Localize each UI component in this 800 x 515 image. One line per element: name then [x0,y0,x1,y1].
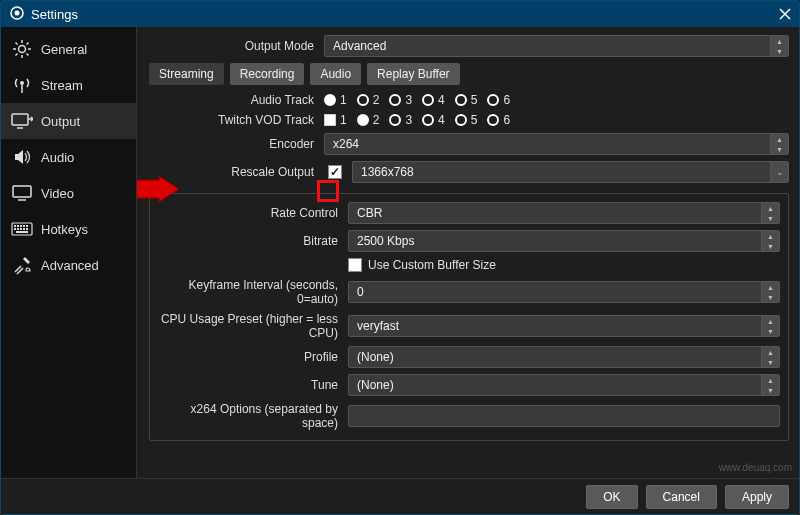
sidebar-item-label: Output [41,114,80,129]
svg-rect-23 [14,228,16,230]
tab-recording[interactable]: Recording [230,63,305,85]
svg-rect-13 [12,114,28,125]
sidebar-item-stream[interactable]: Stream [1,67,136,103]
tune-select[interactable]: (None)▲▼ [348,374,780,396]
audio-track-6[interactable]: 6 [487,93,510,107]
gear-icon [11,38,33,60]
close-button[interactable] [777,6,793,22]
rescale-output-value: 1366x768 [361,165,414,179]
custom-buffer-label: Use Custom Buffer Size [368,258,496,272]
profile-label: Profile [158,350,348,364]
bitrate-input[interactable]: 2500 Kbps▲▼ [348,230,780,252]
svg-rect-25 [20,228,22,230]
tab-streaming[interactable]: Streaming [149,63,224,85]
encoder-select[interactable]: x264 ▲▼ [324,133,789,155]
rescale-output-checkbox[interactable] [328,165,342,179]
sidebar-item-advanced[interactable]: Advanced [1,247,136,283]
svg-point-11 [20,81,24,85]
antenna-icon [11,74,33,96]
audio-track-2[interactable]: 2 [357,93,380,107]
window-title: Settings [31,7,78,22]
svg-point-1 [15,10,20,15]
vod-track-4[interactable]: 4 [422,113,445,127]
output-icon [11,110,33,132]
encoder-label: Encoder [149,137,324,151]
svg-line-10 [27,43,29,45]
content-area: Output Mode Advanced ▲▼ Streaming Record… [137,27,799,478]
x264-options-input[interactable] [348,405,780,427]
rescale-output-select[interactable]: 1366x768 ⌄ [352,161,789,183]
vod-track-5[interactable]: 5 [455,113,478,127]
encoder-settings-panel: Rate Control CBR▲▼ Bitrate 2500 Kbps▲▼ U… [149,193,789,441]
svg-line-8 [27,54,29,56]
vod-track-1[interactable]: 1 [324,113,347,127]
sidebar-item-label: Advanced [41,258,99,273]
custom-buffer-checkbox[interactable] [348,258,362,272]
speaker-icon [11,146,33,168]
rescale-output-label: Rescale Output [149,165,324,179]
svg-rect-26 [23,228,25,230]
svg-rect-28 [16,231,28,233]
svg-rect-18 [14,225,16,227]
vod-track-3[interactable]: 3 [389,113,412,127]
vod-track-6[interactable]: 6 [487,113,510,127]
svg-rect-21 [23,225,25,227]
keyboard-icon [11,218,33,240]
keyframe-input[interactable]: 0▲▼ [348,281,780,303]
twitch-vod-track-label: Twitch VOD Track [149,113,324,127]
footer: OK Cancel Apply [1,478,799,514]
app-icon [9,5,25,24]
monitor-icon [11,182,33,204]
svg-rect-22 [26,225,28,227]
cancel-button[interactable]: Cancel [646,485,717,509]
audio-track-1[interactable]: 1 [324,93,347,107]
svg-point-2 [19,46,26,53]
sidebar-item-output[interactable]: Output [1,103,136,139]
svg-rect-20 [20,225,22,227]
sidebar-item-label: Video [41,186,74,201]
cpu-preset-label: CPU Usage Preset (higher = less CPU) [158,312,348,340]
apply-button[interactable]: Apply [725,485,789,509]
sidebar-item-label: Audio [41,150,74,165]
sidebar-item-general[interactable]: General [1,31,136,67]
rate-control-select[interactable]: CBR▲▼ [348,202,780,224]
svg-rect-27 [26,228,28,230]
svg-line-9 [16,54,18,56]
sidebar-item-label: General [41,42,87,57]
output-mode-value: Advanced [333,39,386,53]
x264-options-label: x264 Options (separated by space) [158,402,348,430]
sidebar-item-hotkeys[interactable]: Hotkeys [1,211,136,247]
keyframe-label: Keyframe Interval (seconds, 0=auto) [158,278,348,306]
tools-icon [11,254,33,276]
profile-select[interactable]: (None)▲▼ [348,346,780,368]
sidebar-item-label: Hotkeys [41,222,88,237]
titlebar: Settings [1,1,799,27]
sidebar: General Stream Output Audio Video Hotkey… [1,27,137,478]
tune-label: Tune [158,378,348,392]
ok-button[interactable]: OK [586,485,637,509]
audio-track-4[interactable]: 4 [422,93,445,107]
tab-replay-buffer[interactable]: Replay Buffer [367,63,460,85]
vod-track-2[interactable]: 2 [357,113,380,127]
output-mode-select[interactable]: Advanced ▲▼ [324,35,789,57]
audio-track-label: Audio Track [149,93,324,107]
bitrate-label: Bitrate [158,234,348,248]
svg-rect-24 [17,228,19,230]
output-tabs: Streaming Recording Audio Replay Buffer [149,63,789,85]
svg-rect-19 [17,225,19,227]
encoder-value: x264 [333,137,359,151]
svg-rect-15 [13,186,31,197]
tab-audio[interactable]: Audio [310,63,361,85]
output-mode-label: Output Mode [149,39,324,53]
rate-control-label: Rate Control [158,206,348,220]
sidebar-item-video[interactable]: Video [1,175,136,211]
svg-line-7 [16,43,18,45]
sidebar-item-audio[interactable]: Audio [1,139,136,175]
sidebar-item-label: Stream [41,78,83,93]
audio-track-3[interactable]: 3 [389,93,412,107]
cpu-preset-select[interactable]: veryfast▲▼ [348,315,780,337]
audio-track-5[interactable]: 5 [455,93,478,107]
